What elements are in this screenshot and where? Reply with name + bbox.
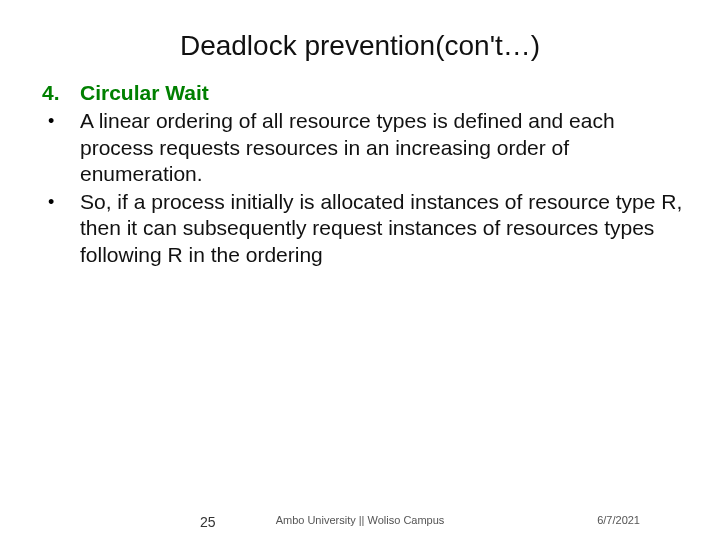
footer-date: 6/7/2021 <box>597 514 640 526</box>
bullet-text: So, if a process initially is allocated … <box>80 189 684 268</box>
bullet-icon: • <box>36 108 80 187</box>
slide-title: Deadlock prevention(con't…) <box>36 30 684 62</box>
bullet-text: A linear ordering of all resource types … <box>80 108 684 187</box>
item-number: 4. <box>36 80 80 106</box>
item-heading: Circular Wait <box>80 80 684 106</box>
slide: Deadlock prevention(con't…) 4. Circular … <box>0 0 720 540</box>
list-item-heading: 4. Circular Wait <box>36 80 684 106</box>
list-item: • So, if a process initially is allocate… <box>36 189 684 268</box>
list-item: • A linear ordering of all resource type… <box>36 108 684 187</box>
bullet-icon: • <box>36 189 80 268</box>
slide-content: 4. Circular Wait • A linear ordering of … <box>36 80 684 268</box>
